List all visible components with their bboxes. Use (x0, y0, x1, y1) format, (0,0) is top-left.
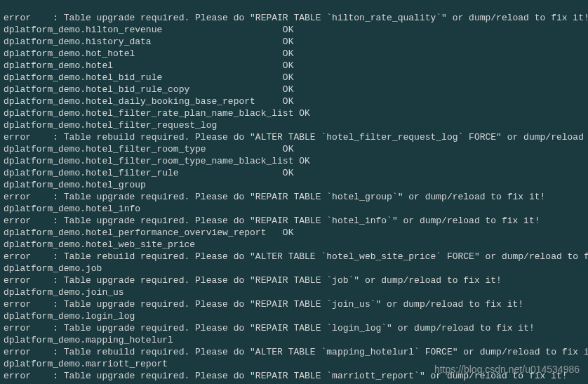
terminal-line: dplatform_demo.login_log (4, 310, 584, 322)
terminal-line: dplatform_demo.hotel_group (4, 179, 584, 191)
terminal-line: dplatform_demo.join_us (4, 286, 584, 298)
terminal-line: dplatform_demo.hotel OK (4, 60, 584, 72)
terminal-line: dplatform_demo.hotel_web_site_price (4, 239, 584, 251)
terminal-line: dplatform_demo.job (4, 263, 584, 274)
terminal-line: dplatform_demo.hotel_performance_overvie… (4, 227, 584, 239)
terminal-line: error : Table rebuild required. Please d… (4, 251, 584, 263)
terminal-line: dplatform_demo.hotel_filter_room_type_na… (4, 155, 584, 167)
terminal-line: error : Table rebuild required. Please d… (4, 131, 584, 143)
terminal-line: error : Table upgrade required. Please d… (4, 274, 584, 286)
terminal-line: dplatform_demo.hotel_info (4, 203, 584, 215)
terminal-line: error : Table upgrade required. Please d… (4, 12, 584, 24)
terminal-line: dplatform_demo.mapping_hotelurl (4, 334, 584, 346)
terminal-line: error : Table upgrade required. Please d… (4, 191, 584, 203)
terminal-line: dplatform_demo.hot_hotel OK (4, 48, 584, 60)
terminal-line: dplatform_demo.hotel_filter_request_log (4, 119, 584, 131)
terminal-line: dplatform_demo.hotel_bid_rule OK (4, 72, 584, 84)
terminal-line: dplatform_demo.hotel_filter_room_type OK (4, 143, 584, 155)
terminal-line: dplatform_demo.hilton_revenue OK (4, 24, 584, 36)
terminal-line: dplatform_demo.hotel_filter_rule OK (4, 167, 584, 179)
terminal-line: dplatform_demo.hotel_bid_rule_copy OK (4, 84, 584, 95)
terminal-output: error : Table upgrade required. Please d… (0, 0, 588, 384)
terminal-line: error : Table upgrade required. Please d… (4, 298, 584, 310)
terminal-line: dplatform_demo.hotel_filter_rate_plan_na… (4, 107, 584, 119)
terminal-line: error : Table upgrade required. Please d… (4, 215, 584, 227)
terminal-line: error : Table rebuild required. Please d… (4, 346, 584, 358)
terminal-line: dplatform_demo.hotel_daily_booking_base_… (4, 95, 584, 107)
terminal-line: dplatform_demo.history_data OK (4, 36, 584, 48)
terminal-line: error : Table upgrade required. Please d… (4, 322, 584, 334)
watermark-text: https://blog.csdn.net/u014534986 (434, 364, 580, 376)
